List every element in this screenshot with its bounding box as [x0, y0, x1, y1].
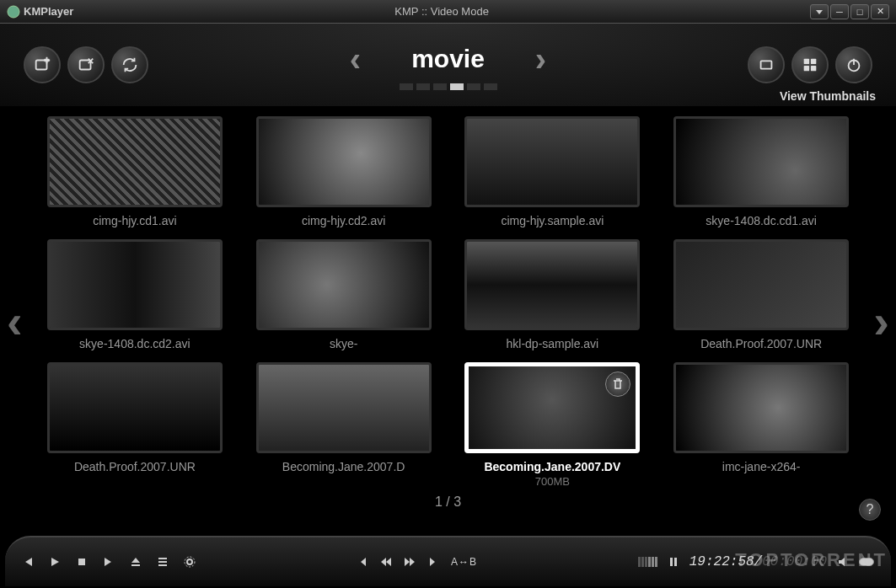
window-title: KMP :: Video Mode: [73, 5, 810, 18]
thumbnail-item[interactable]: Becoming.Jane.2007.DV700MB: [460, 362, 646, 488]
thumbnail-image: [464, 362, 640, 453]
thumbnail-item[interactable]: skye-: [251, 239, 437, 350]
prev-track-button[interactable]: [22, 556, 34, 568]
play-button[interactable]: [49, 556, 61, 568]
thumbnail-image: [47, 239, 223, 330]
view-mode-label: View Thumbnails: [780, 89, 876, 103]
time-display: 19:22:58/00:00:00: [689, 554, 827, 569]
thumbnail-image: [256, 362, 432, 453]
thumbnail-item[interactable]: hkl-dp-sample.avi: [460, 239, 646, 350]
thumbnail-label: skye-1408.dc.cd1.avi: [706, 214, 817, 227]
thumbnail-label: cimg-hjy.cd2.avi: [302, 214, 385, 227]
step-forward-button[interactable]: [427, 556, 439, 568]
thumbnail-item[interactable]: cimg-hjy.cd2.avi: [251, 116, 437, 227]
thumbnail-label: Becoming.Jane.2007.D: [282, 460, 405, 473]
thumbnail-image: [673, 362, 849, 453]
thumbnail-label: hkl-dp-sample.avi: [507, 337, 599, 350]
thumbnail-item[interactable]: cimg-hjy.sample.avi: [460, 116, 646, 227]
forward-button[interactable]: [404, 556, 416, 568]
folder-name: movie: [411, 45, 485, 73]
page-prev-button[interactable]: ‹: [7, 294, 23, 349]
svg-point-0: [8, 6, 19, 18]
settings-button[interactable]: [184, 556, 196, 568]
thumbnail-item[interactable]: Death.Proof.2007.UNR: [668, 239, 854, 350]
svg-rect-9: [78, 559, 85, 565]
help-button[interactable]: ?: [859, 499, 881, 521]
svg-rect-7: [811, 66, 816, 71]
time-current: 19:22:58: [689, 554, 754, 569]
thumbnail-sublabel: 700MB: [535, 475, 570, 488]
svg-point-11: [185, 557, 195, 567]
next-track-button[interactable]: [103, 556, 115, 568]
stop-button[interactable]: [76, 556, 88, 568]
svg-rect-6: [804, 66, 809, 71]
refresh-button[interactable]: [111, 46, 148, 83]
folder-next-button[interactable]: ›: [535, 40, 546, 78]
app-icon: [7, 5, 20, 19]
thumbnail-item[interactable]: cimg-hjy.cd1.avi: [42, 116, 228, 227]
thumbnail-image: [256, 239, 432, 330]
maximize-button[interactable]: □: [850, 4, 869, 19]
svg-rect-5: [811, 59, 816, 64]
svg-rect-12: [670, 558, 673, 566]
level-meter: [638, 557, 657, 567]
volume-button[interactable]: [837, 556, 849, 568]
thumbnail-image: [47, 362, 223, 453]
tray-button[interactable]: [810, 4, 829, 19]
thumbnail-label: Becoming.Jane.2007.DV: [484, 460, 620, 473]
thumbnail-grid: cimg-hjy.cd1.avicimg-hjy.cd2.avicimg-hjy…: [42, 116, 854, 488]
titlebar: KMPlayer KMP :: Video Mode ─ □ ✕: [0, 0, 896, 24]
playback-bar: A↔B 19:22:58/00:00:00: [5, 536, 891, 586]
app-name: KMPlayer: [24, 5, 73, 18]
thumbnail-item[interactable]: skye-1408.dc.cd2.avi: [42, 239, 228, 350]
thumbnail-item[interactable]: Death.Proof.2007.UNR: [42, 362, 228, 488]
thumbnail-item[interactable]: imc-jane-x264-: [668, 362, 854, 488]
thumbnail-image: [256, 116, 432, 207]
remove-folder-button[interactable]: [67, 46, 105, 83]
eject-button[interactable]: [130, 556, 142, 568]
playlist-button[interactable]: [157, 556, 169, 568]
grid-view-button[interactable]: [791, 46, 829, 83]
svg-rect-4: [804, 59, 809, 64]
add-folder-button[interactable]: [24, 46, 61, 83]
toolbar: ‹ movie › View Thumbnails: [0, 24, 896, 106]
thumbnail-label: cimg-hjy.cd1.avi: [93, 214, 176, 227]
thumbnail-label: Death.Proof.2007.UNR: [700, 337, 822, 350]
window-controls: ─ □ ✕: [810, 4, 889, 19]
page-next-button[interactable]: ›: [873, 294, 889, 349]
page-dots[interactable]: [400, 83, 497, 90]
fullscreen-button[interactable]: [748, 46, 785, 83]
svg-point-10: [187, 559, 192, 564]
delete-icon[interactable]: [605, 372, 630, 397]
minimize-button[interactable]: ─: [830, 4, 849, 19]
step-back-button[interactable]: [357, 556, 368, 568]
volume-slider[interactable]: [859, 558, 874, 566]
ab-repeat-button[interactable]: A↔B: [451, 556, 477, 568]
folder-prev-button[interactable]: ‹: [350, 40, 361, 78]
close-button[interactable]: ✕: [871, 4, 889, 19]
thumbnail-label: imc-jane-x264-: [722, 460, 801, 473]
thumbnail-label: skye-: [330, 337, 357, 350]
thumbnail-item[interactable]: skye-1408.dc.cd1.avi: [668, 116, 854, 227]
thumbnail-image: [673, 116, 849, 207]
thumbnail-image: [464, 239, 640, 330]
rewind-button[interactable]: [380, 556, 392, 568]
power-button[interactable]: [835, 46, 872, 83]
thumbnail-label: cimg-hjy.sample.avi: [501, 214, 604, 227]
thumbnail-label: Death.Proof.2007.UNR: [74, 460, 196, 473]
content-area: ‹ › cimg-hjy.cd1.avicimg-hjy.cd2.avicimg…: [0, 106, 896, 536]
pause-indicator-icon: [668, 556, 679, 568]
thumbnail-image: [47, 116, 223, 207]
page-indicator: 1 / 3: [42, 494, 854, 510]
thumbnail-image: [464, 116, 640, 207]
time-total: 00:00:00: [762, 554, 827, 569]
svg-rect-13: [674, 558, 677, 566]
thumbnail-item[interactable]: Becoming.Jane.2007.D: [251, 362, 437, 488]
thumbnail-label: skye-1408.dc.cd2.avi: [79, 337, 190, 350]
thumbnail-image: [673, 239, 849, 330]
svg-rect-3: [761, 61, 772, 68]
